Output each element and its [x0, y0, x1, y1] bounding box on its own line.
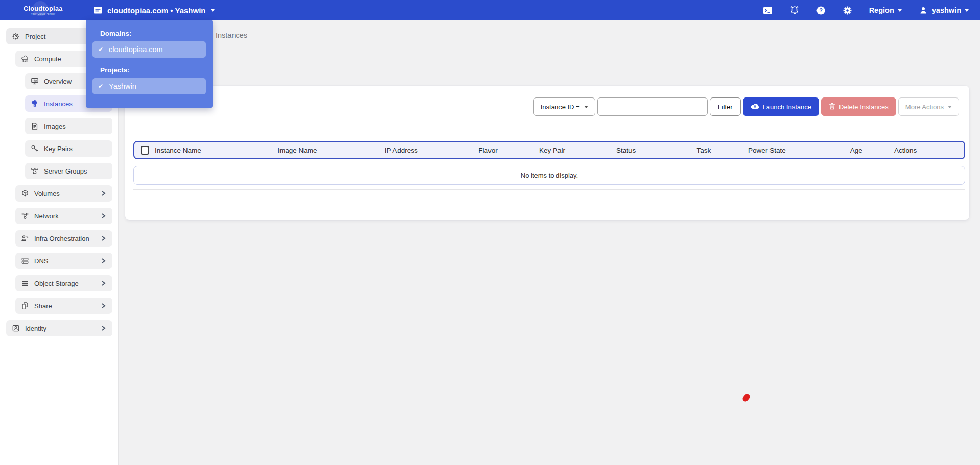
overview-dashboard-icon [31, 77, 39, 85]
brand-logo: Cloudtopiaa Your Cloud Partner [24, 5, 63, 15]
filter-button[interactable]: Filter [710, 97, 741, 116]
domain-option-cloudtopiaa[interactable]: ✔ cloudtopiaa.com [92, 41, 206, 58]
instances-table-header: Instance Name Image Name IP Address Flav… [133, 141, 965, 159]
page-title: Instances [216, 31, 247, 39]
chevron-right-icon [100, 325, 106, 331]
column-header[interactable]: Image Name [277, 146, 384, 154]
domain-card-icon [92, 5, 103, 15]
project-option-label: Yashwin [109, 82, 136, 90]
instances-toolbar: Instance ID = Filter Launch Instance Del… [533, 97, 959, 116]
filter-field-dropdown[interactable]: Instance ID = [533, 97, 595, 116]
region-label: Region [869, 6, 894, 14]
sidebar-item-dns[interactable]: DNS [15, 253, 112, 269]
caret-down-icon [948, 106, 952, 108]
filter-field-label: Instance ID = [541, 103, 580, 111]
dns-servers-icon [21, 257, 29, 265]
sidebar-item-label: Object Storage [34, 280, 79, 287]
sidebar-item-label: Images [44, 123, 66, 130]
sidebar-item-identity[interactable]: Identity [6, 320, 112, 336]
cloud-upload-icon [751, 103, 759, 111]
domain-option-label: cloudtopiaa.com [109, 45, 163, 54]
domain-project-selector[interactable]: cloudtopiaa.com • Yashwin [92, 0, 215, 20]
trash-icon [829, 103, 835, 111]
column-header[interactable]: Task [696, 146, 748, 154]
images-file-icon [31, 122, 39, 130]
chevron-right-icon [100, 235, 106, 241]
empty-table-row: No items to display. [133, 166, 965, 185]
console-icon[interactable] [763, 5, 773, 15]
sidebar-item-images[interactable]: Images [25, 118, 112, 134]
delete-instances-button[interactable]: Delete Instances [821, 97, 896, 116]
column-header[interactable]: Flavor [478, 146, 539, 154]
column-header[interactable]: Power State [748, 146, 850, 154]
sidebar-item-label: Key Pairs [44, 145, 73, 153]
empty-message: No items to display. [521, 172, 578, 179]
sidebar-item-object-storage[interactable]: Object Storage [15, 275, 112, 291]
chevron-right-icon [100, 303, 106, 309]
user-menu[interactable]: yashwin [918, 5, 969, 15]
column-header[interactable]: Actions [894, 146, 964, 154]
caret-down-icon [584, 106, 588, 108]
select-all-checkbox[interactable] [141, 146, 149, 155]
network-nodes-icon [21, 212, 29, 220]
project-option-yashwin[interactable]: ✔ Yashwin [92, 78, 206, 94]
more-actions-label: More Actions [905, 103, 944, 111]
table-bottom-divider [133, 189, 965, 190]
notifications-bell-icon[interactable] [789, 5, 800, 15]
chevron-right-icon [100, 280, 106, 286]
more-actions-dropdown[interactable]: More Actions [898, 97, 959, 116]
filter-button-label: Filter [718, 103, 733, 111]
main-content: Instances Instance ID = Filter Launch In… [119, 20, 980, 465]
check-icon: ✔ [98, 46, 103, 53]
instances-server-icon [31, 100, 39, 108]
column-header[interactable]: IP Address [385, 146, 479, 154]
sidebar-item-label: Volumes [34, 190, 60, 198]
sidebar-item-share[interactable]: Share [15, 298, 112, 314]
launch-instance-label: Launch Instance [763, 103, 811, 111]
projects-heading: Projects: [100, 66, 206, 74]
header-divider [119, 77, 980, 77]
column-header[interactable]: Age [850, 146, 894, 154]
check-icon: ✔ [98, 83, 103, 90]
sidebar-item-infra-orchestration[interactable]: Infra Orchestration [15, 230, 112, 247]
filter-search-input[interactable] [597, 97, 708, 116]
caret-down-icon [965, 9, 969, 12]
object-storage-bars-icon [21, 279, 29, 287]
topbar-actions: ? Region yashwin [763, 5, 969, 15]
chevron-right-icon [100, 258, 106, 264]
sidebar-item-network[interactable]: Network [15, 208, 112, 224]
domain-project-dropdown-panel: Domains: ✔ cloudtopiaa.com Projects: ✔ Y… [86, 20, 213, 108]
sidebar-item-label: Overview [44, 78, 72, 85]
user-icon [918, 5, 928, 15]
topbar: Cloudtopiaa Your Cloud Partner cloudtopi… [0, 0, 980, 20]
column-header[interactable]: Key Pair [539, 146, 616, 154]
project-gear-icon [12, 32, 20, 40]
settings-gear-icon[interactable] [843, 5, 853, 15]
chevron-right-icon [100, 213, 106, 219]
sidebar-item-label: Share [34, 302, 52, 310]
key-icon [31, 144, 39, 153]
compute-cloud-icon [21, 55, 29, 63]
sidebar-item-volumes[interactable]: Volumes [15, 185, 112, 202]
help-icon[interactable]: ? [816, 5, 826, 15]
chevron-right-icon [100, 190, 106, 197]
sidebar-item-label: Instances [44, 100, 73, 108]
sidebar-item-key-pairs[interactable]: Key Pairs [25, 140, 112, 157]
username-label: yashwin [932, 6, 961, 14]
caret-down-icon [211, 9, 215, 12]
svg-text:?: ? [819, 7, 823, 13]
identity-badge-icon [12, 324, 20, 332]
sidebar-item-server-groups[interactable]: Server Groups [25, 163, 112, 179]
instances-panel: Instance ID = Filter Launch Instance Del… [125, 86, 969, 220]
context-label: cloudtopiaa.com • Yashwin [107, 6, 206, 15]
caret-down-icon [898, 9, 902, 12]
column-header[interactable]: Instance Name [155, 146, 277, 154]
column-header[interactable]: Status [616, 146, 697, 154]
sidebar-item-label: Identity [25, 325, 46, 332]
brand-tagline: Your Cloud Partner [31, 12, 55, 15]
domains-heading: Domains: [100, 30, 206, 37]
region-dropdown[interactable]: Region [869, 6, 902, 14]
volumes-cube-icon [21, 189, 29, 198]
sidebar-item-label: Infra Orchestration [34, 235, 89, 242]
launch-instance-button[interactable]: Launch Instance [743, 97, 819, 116]
